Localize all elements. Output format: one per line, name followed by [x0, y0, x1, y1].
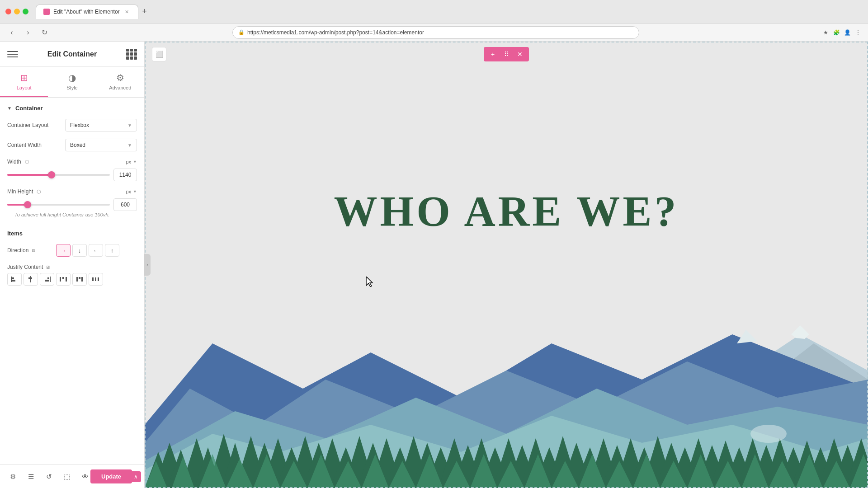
sidebar-collapse-handle[interactable]: ‹	[144, 254, 151, 276]
width-unit-arrow: ▼	[133, 160, 137, 164]
direction-left-button[interactable]: ←	[89, 244, 103, 257]
content-width-value: Boxed	[70, 142, 85, 148]
element-toolbar: + ⠿ ✕	[484, 47, 529, 61]
direction-label-text: Direction	[7, 247, 28, 253]
browser-chrome: Edit "About" with Elementor ✕ +	[0, 0, 868, 23]
hamburger-menu-icon[interactable]	[7, 49, 18, 60]
close-element-button[interactable]: ✕	[514, 49, 525, 60]
advanced-icon: ⚙	[116, 72, 124, 83]
svg-rect-13	[81, 277, 83, 282]
canvas-area: ⬜ + ⠿ ✕ WHO ARE WE?	[145, 42, 868, 488]
width-value-input[interactable]: 1140	[113, 169, 137, 181]
content-width-select[interactable]: Boxed ▼	[65, 139, 137, 151]
layers-icon[interactable]: ☰	[25, 471, 36, 482]
active-tab[interactable]: Edit "About" with Elementor ✕	[36, 5, 138, 19]
hero-text: WHO ARE WE?	[334, 186, 679, 236]
tab-style[interactable]: ◑ Style	[48, 67, 96, 97]
justify-content-label: Justify Content	[7, 264, 43, 270]
min-height-label-text: Min Height	[7, 188, 33, 195]
responsive-icon[interactable]: ⬚	[61, 471, 72, 482]
justify-space-around-button[interactable]	[72, 273, 87, 286]
min-height-slider-track[interactable]	[7, 204, 110, 206]
justify-content-row: Justify Content 🖥	[0, 260, 144, 289]
canvas-square-button[interactable]: ⬜	[152, 47, 166, 61]
tab-close-button[interactable]: ✕	[123, 8, 131, 15]
layout-icon: ⊞	[20, 72, 28, 83]
settings-icon[interactable]: ⚙	[7, 471, 18, 482]
bookmark-icon[interactable]: ★	[821, 28, 830, 37]
preview-icon[interactable]: 👁	[80, 471, 90, 482]
width-slider-row: Width ⬡ px ▼ 1140	[0, 155, 144, 185]
direction-up-button[interactable]: ↑	[105, 244, 119, 257]
width-label-text: Width	[7, 159, 21, 165]
sidebar-title: Edit Container	[47, 50, 97, 58]
svg-rect-1	[12, 277, 14, 279]
svg-point-106	[750, 425, 787, 443]
width-slider-thumb[interactable]	[48, 171, 55, 178]
svg-rect-4	[28, 277, 30, 279]
minimize-window-button[interactable]	[14, 9, 20, 14]
history-icon[interactable]: ↺	[43, 471, 54, 482]
justify-center-button[interactable]	[24, 273, 38, 286]
width-slider-label-row: Width ⬡ px ▼	[7, 159, 137, 165]
close-window-button[interactable]	[5, 9, 11, 14]
svg-rect-9	[60, 277, 61, 282]
width-slider-input-row: 1140	[7, 169, 137, 181]
address-bar-row: ‹ › ↻ 🔒 https://meticsmedia1.com/wp-admi…	[0, 23, 868, 42]
svg-rect-8	[45, 280, 49, 282]
direction-buttons: → ↓ ← ↑	[56, 244, 119, 257]
svg-rect-15	[92, 277, 94, 281]
update-expand-button[interactable]: ∧	[130, 471, 141, 482]
grid-menu-icon[interactable]	[126, 49, 137, 60]
content-width-row: Content Width Boxed ▼	[0, 135, 144, 155]
min-height-slider-input-row: 600	[7, 198, 137, 211]
container-layout-label: Container Layout	[7, 122, 61, 128]
min-height-unit-selector[interactable]: px ▼	[126, 189, 137, 194]
forward-button[interactable]: ›	[22, 26, 34, 39]
sidebar-header: Edit Container	[0, 42, 144, 67]
direction-label: Direction 🖥	[7, 247, 52, 253]
refresh-button[interactable]: ↻	[38, 26, 51, 39]
fullscreen-window-button[interactable]	[23, 9, 28, 14]
update-button[interactable]: Update	[90, 469, 132, 483]
profile-icon[interactable]: 👤	[843, 28, 852, 37]
justify-space-evenly-button[interactable]	[89, 273, 103, 286]
width-slider-fill	[7, 174, 52, 176]
svg-rect-7	[47, 277, 49, 279]
landscape-illustration	[145, 298, 868, 488]
tab-layout[interactable]: ⊞ Layout	[0, 67, 48, 97]
items-section-label: Items	[7, 230, 23, 237]
content-width-control: Boxed ▼	[65, 139, 137, 151]
width-link-icon: ⬡	[24, 159, 30, 165]
width-unit-selector[interactable]: px ▼	[126, 159, 137, 164]
tab-advanced[interactable]: ⚙ Advanced	[96, 67, 144, 97]
svg-rect-16	[95, 277, 96, 281]
svg-rect-6	[50, 277, 51, 282]
justify-content-label-row: Justify Content 🖥	[7, 264, 137, 270]
direction-row: Direction 🖥 → ↓ ← ↑	[0, 240, 144, 260]
min-height-slider-thumb[interactable]	[24, 201, 31, 208]
new-tab-button[interactable]: +	[138, 5, 151, 18]
move-element-button[interactable]: ⠿	[501, 49, 512, 60]
svg-rect-2	[12, 280, 15, 282]
justify-space-between-button[interactable]	[56, 273, 71, 286]
tab-advanced-label: Advanced	[109, 85, 131, 90]
width-slider-track[interactable]	[7, 174, 110, 176]
direction-down-button[interactable]: ↓	[72, 244, 87, 257]
justify-end-button[interactable]	[40, 273, 54, 286]
justify-start-button[interactable]	[7, 273, 22, 286]
container-layout-select[interactable]: Flexbox ▼	[65, 119, 137, 131]
address-bar[interactable]: 🔒 https://meticsmedia1.com/wp-admin/post…	[232, 26, 639, 39]
container-section-header[interactable]: ▼ Container	[0, 98, 144, 115]
direction-device-icon: 🖥	[31, 248, 36, 253]
elementor-sidebar: Edit Container ⊞ Layout ◑ Style ⚙ Advanc…	[0, 42, 145, 488]
add-element-button[interactable]: +	[487, 49, 498, 60]
direction-right-button[interactable]: →	[56, 244, 71, 257]
extensions-icon[interactable]: 🧩	[832, 28, 841, 37]
min-height-value-input[interactable]: 600	[113, 198, 137, 211]
min-height-link-icon: ⬡	[36, 188, 42, 195]
svg-rect-17	[98, 277, 99, 281]
sidebar-content: ▼ Container Container Layout Flexbox ▼ C…	[0, 98, 144, 465]
back-button[interactable]: ‹	[5, 26, 18, 39]
menu-icon[interactable]: ⋮	[854, 28, 863, 37]
